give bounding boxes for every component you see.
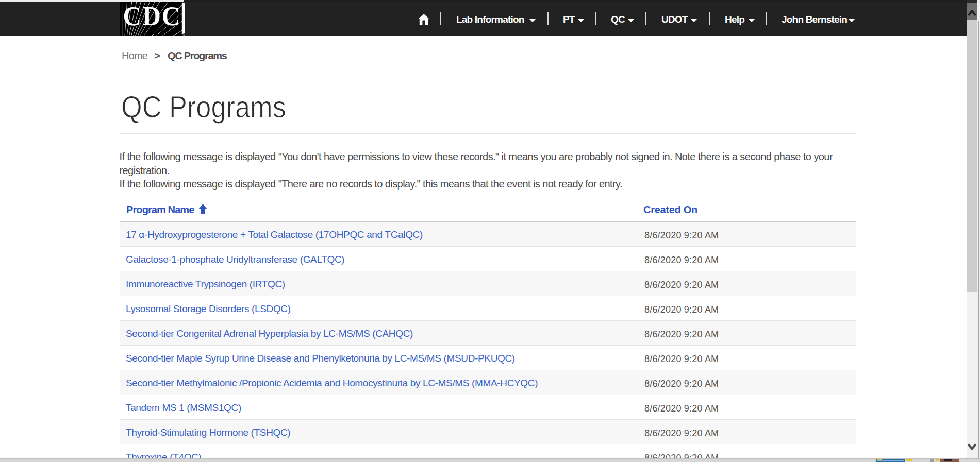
svg-text:CDC: CDC (123, 2, 181, 31)
svg-text:TM: TM (181, 33, 185, 36)
